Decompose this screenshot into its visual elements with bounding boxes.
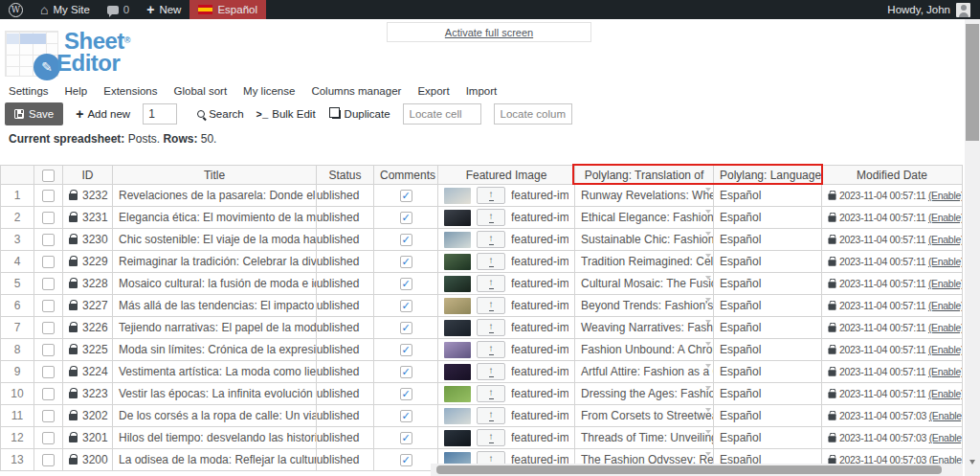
id-cell[interactable]: 3224 <box>63 361 113 383</box>
translation-of-cell[interactable]: Sustainable Chic: Fashion's Jou... <box>575 229 714 251</box>
status-cell[interactable]: published <box>317 229 374 251</box>
vertical-scrollbar-thumb[interactable] <box>966 24 979 141</box>
status-cell[interactable]: published <box>317 383 374 405</box>
modified-date-cell[interactable]: 2023-11-04 00:57:11 (Enable) <box>822 229 963 251</box>
enable-link[interactable]: (Enable) <box>928 256 963 267</box>
col-header-id[interactable]: ID <box>63 166 113 185</box>
status-cell[interactable]: published <box>317 185 374 207</box>
id-cell[interactable]: 3225 <box>63 339 113 361</box>
col-header-modified-date[interactable]: Modified Date <box>822 166 963 185</box>
translation-of-cell[interactable]: Runway Revelations: Where Ar... <box>575 185 714 207</box>
id-cell[interactable]: 3200 <box>63 449 113 471</box>
featured-thumbnail[interactable] <box>444 254 471 270</box>
add-new-count-input[interactable] <box>143 103 177 125</box>
add-new-button[interactable]: + Add new <box>76 106 130 122</box>
featured-thumbnail[interactable] <box>444 342 471 358</box>
title-cell[interactable]: Revelaciones de la pasarela: Donde el ar… <box>113 185 317 207</box>
row-select-cell[interactable] <box>34 207 63 229</box>
title-cell[interactable]: Tejiendo narrativas: El papel de la moda… <box>113 317 317 339</box>
comments-checkbox[interactable] <box>400 366 412 378</box>
row-select-cell[interactable] <box>34 383 63 405</box>
modified-date-cell[interactable]: 2023-11-04 00:57:11 (Enable) <box>822 251 963 273</box>
status-cell[interactable]: published <box>317 449 374 471</box>
row-checkbox[interactable] <box>42 322 55 334</box>
upload-button[interactable] <box>477 429 505 446</box>
comments-cell[interactable] <box>374 339 438 361</box>
comments-checkbox[interactable] <box>400 322 412 334</box>
row-checkbox[interactable] <box>42 432 55 444</box>
menu-item-columns-manager[interactable]: Columns manager <box>311 85 401 97</box>
comments-cell[interactable] <box>374 207 438 229</box>
scroll-down-arrow-icon[interactable] <box>969 460 975 465</box>
language-cell[interactable]: Español <box>714 251 822 273</box>
horizontal-scrollbar-thumb[interactable] <box>436 465 942 474</box>
title-cell[interactable]: Vestimenta artística: La moda como lienz… <box>113 361 317 383</box>
row-select-cell[interactable] <box>34 229 63 251</box>
featured-image-cell[interactable]: featured-imag... <box>438 229 575 251</box>
title-cell[interactable]: Vestir las épocas: La infinita evolución… <box>113 383 317 405</box>
title-cell[interactable]: La odisea de la moda: Reflejar la cultur… <box>113 449 317 471</box>
comments-checkbox[interactable] <box>400 278 412 290</box>
enable-link[interactable]: (Enable) <box>928 234 963 245</box>
language-cell[interactable]: Español <box>714 185 822 207</box>
row-checkbox[interactable] <box>42 256 55 268</box>
comments-cell[interactable] <box>374 405 438 427</box>
status-cell[interactable]: published <box>317 361 374 383</box>
col-header-polylang-language[interactable]: Polylang: Language <box>714 166 822 185</box>
featured-thumbnail[interactable] <box>444 364 471 380</box>
comments-checkbox[interactable] <box>400 234 412 246</box>
featured-thumbnail[interactable] <box>444 386 471 402</box>
dropdown-caret-icon[interactable] <box>705 210 711 214</box>
comments-checkbox[interactable] <box>400 344 412 356</box>
modified-date-cell[interactable]: 2023-11-04 00:57:03 (Enable) <box>822 405 963 427</box>
id-cell[interactable]: 3202 <box>63 405 113 427</box>
featured-image-cell[interactable]: featured-imag... <box>438 185 575 207</box>
modified-date-cell[interactable]: 2023-11-04 00:57:11 (Enable) <box>822 317 963 339</box>
row-select-cell[interactable] <box>34 361 63 383</box>
title-cell[interactable]: Elegancia ética: El movimiento de la mod… <box>113 207 317 229</box>
translation-of-cell[interactable]: Cultural Mosaic: The Fusion of... <box>575 273 714 295</box>
language-cell[interactable]: Español <box>714 273 822 295</box>
row-checkbox[interactable] <box>42 212 55 224</box>
comments-menu[interactable]: 0 <box>99 0 138 19</box>
comments-checkbox[interactable] <box>400 212 412 224</box>
comments-checkbox[interactable] <box>400 300 412 312</box>
dropdown-caret-icon[interactable] <box>705 188 711 192</box>
row-select-cell[interactable] <box>34 339 63 361</box>
status-cell[interactable]: published <box>317 273 374 295</box>
menu-item-global-sort[interactable]: Global sort <box>173 85 227 97</box>
col-header-featured-image[interactable]: Featured Image <box>438 166 575 185</box>
translation-of-cell[interactable]: Artful Attire: Fashion as a Canv... <box>575 361 714 383</box>
enable-link[interactable]: (Enable) <box>928 300 963 311</box>
row-select-cell[interactable] <box>34 273 63 295</box>
dropdown-caret-icon[interactable] <box>705 342 711 346</box>
featured-thumbnail[interactable] <box>444 276 471 292</box>
dropdown-caret-icon[interactable] <box>705 386 711 390</box>
menu-item-settings[interactable]: Settings <box>9 85 49 97</box>
row-checkbox[interactable] <box>42 344 55 356</box>
featured-image-cell[interactable]: featured-imag... <box>438 317 575 339</box>
featured-image-cell[interactable]: featured-imag... <box>438 383 575 405</box>
modified-date-cell[interactable]: 2023-11-04 00:57:11 (Enable) <box>822 339 963 361</box>
upload-button[interactable] <box>477 187 505 204</box>
dropdown-caret-icon[interactable] <box>705 408 711 412</box>
upload-button[interactable] <box>477 209 505 226</box>
row-select-cell[interactable] <box>34 405 63 427</box>
id-cell[interactable]: 3229 <box>63 251 113 273</box>
row-checkbox[interactable] <box>42 410 55 422</box>
dropdown-caret-icon[interactable] <box>705 364 711 368</box>
language-cell[interactable]: Español <box>714 339 822 361</box>
featured-thumbnail[interactable] <box>444 430 471 446</box>
status-cell[interactable]: published <box>317 295 374 317</box>
upload-button[interactable] <box>477 231 505 248</box>
bulk-edit-button[interactable]: Bulk Edit <box>256 108 316 121</box>
col-header-polylang-translation-of[interactable]: Polylang: Translation of <box>575 166 714 185</box>
col-header-status[interactable]: Status <box>317 166 374 185</box>
comments-checkbox[interactable] <box>400 454 412 466</box>
row-select-cell[interactable] <box>34 251 63 273</box>
featured-thumbnail[interactable] <box>444 298 471 314</box>
status-cell[interactable]: published <box>317 317 374 339</box>
row-select-cell[interactable] <box>34 317 63 339</box>
row-checkbox[interactable] <box>42 388 55 400</box>
row-checkbox[interactable] <box>42 234 55 246</box>
